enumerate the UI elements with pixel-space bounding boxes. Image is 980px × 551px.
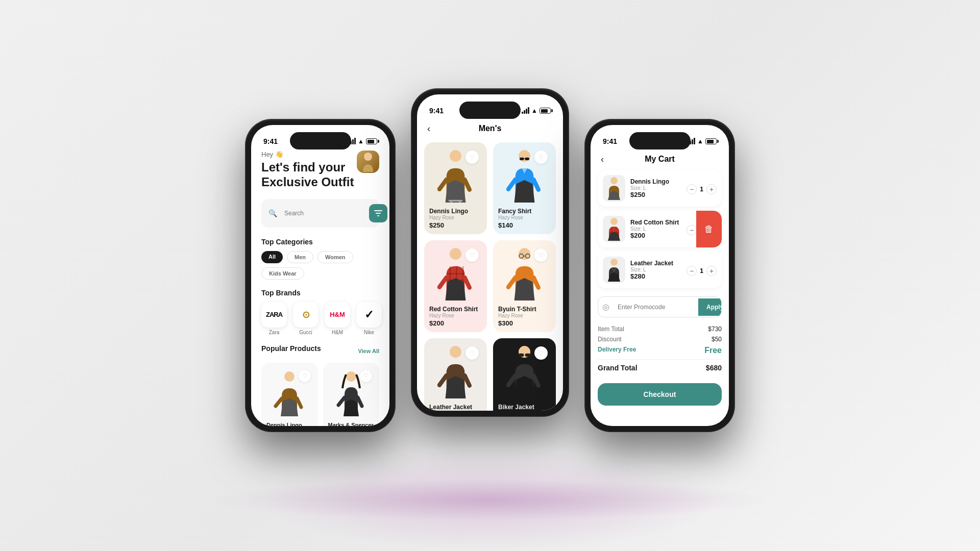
avatar <box>357 151 379 173</box>
signal-icon-2 <box>522 108 529 114</box>
svg-point-46 <box>610 218 618 225</box>
heart-jacket2[interactable]: ♡ <box>534 346 548 360</box>
battery-icon-3 <box>705 138 717 144</box>
mens-price-fancy: $140 <box>498 221 551 229</box>
cart-name-dennis: Dennis Lingo <box>630 178 681 185</box>
mens-card-dennis[interactable]: ♡ Dennis Lingo <box>424 142 487 234</box>
mens-card-jacket1[interactable]: ♡ Leather Jacket Hazy Rose $350 <box>424 338 487 411</box>
cart-info-jacket: Leather Jacket Size: L $280 <box>630 260 681 280</box>
svg-rect-14 <box>450 201 452 202</box>
search-bar[interactable]: 🔍 <box>261 199 379 228</box>
brand-gucci[interactable]: ⊙ Gucci <box>293 302 318 335</box>
svg-line-35 <box>508 277 516 287</box>
brand-hm[interactable]: H&M H&M <box>325 302 350 335</box>
heart-red-2[interactable]: ♡ <box>465 248 479 262</box>
battery-icon-2 <box>540 108 551 114</box>
svg-line-36 <box>533 277 538 287</box>
qty-num-jacket: 1 <box>700 267 703 274</box>
product-name-marks: Marks & Spencer <box>328 422 375 426</box>
mens-card-red[interactable]: ♡ <box>424 240 487 332</box>
svg-rect-17 <box>520 157 524 160</box>
heart-icon-marks[interactable]: ♡ <box>360 370 372 382</box>
svg-line-11 <box>439 179 447 189</box>
svg-line-6 <box>297 398 301 407</box>
view-all-link[interactable]: View All <box>358 348 379 354</box>
wifi-icon-1: ▲ <box>358 138 364 145</box>
delivery-row: Delivery Free Free <box>598 346 722 355</box>
mens-name-jacket1: Leather Jacket <box>429 404 482 411</box>
back-button-3[interactable]: ‹ <box>601 154 604 165</box>
promo-input[interactable] <box>618 298 694 316</box>
top-brands-title: Top Brands <box>261 289 379 297</box>
category-men[interactable]: Men <box>287 251 313 263</box>
svg-rect-13 <box>449 199 462 201</box>
cart-info-red: Red Cotton Shirt Size: L $200 <box>630 219 681 239</box>
product-card-dennis[interactable]: ♡ Dennis Lingo Hazy Rose $250 <box>261 363 318 426</box>
discount-row: Discount $50 <box>598 336 722 343</box>
wifi-icon-3: ▲ <box>697 138 703 145</box>
cart-item-jacket: Leather Jacket Size: L $280 − 1 + <box>598 252 722 288</box>
qty-plus-dennis[interactable]: + <box>706 184 717 194</box>
mens-price-byuin: $300 <box>498 319 551 327</box>
mens-img-jacket2: ♡ <box>498 343 551 399</box>
mens-card-jacket2[interactable]: ♡ Biker Jacket Hazy Ros <box>493 338 556 411</box>
back-button-2[interactable]: ‹ <box>427 123 430 134</box>
dynamic-island-3 <box>629 132 691 149</box>
dynamic-island-1 <box>290 132 351 149</box>
svg-line-38 <box>439 375 447 385</box>
mens-card-byuin[interactable]: ♡ Byuin T-Shirt <box>493 240 556 332</box>
headline: Let's find your Exclusive Outfit <box>261 160 354 190</box>
promo-section: ◎ Apply <box>591 292 729 321</box>
cart-title: My Cart <box>601 155 719 164</box>
item-total-label: Item Total <box>598 325 624 333</box>
mens-name-dennis: Dennis Lingo <box>429 208 482 215</box>
product-img-marks: ♡ <box>328 368 375 419</box>
brand-nike[interactable]: ✓ Nike <box>356 302 382 335</box>
product-card-marks[interactable]: ♡ Marks & <box>323 363 380 426</box>
svg-line-20 <box>508 179 516 189</box>
phone-home: 9:41 ▲ Hey 👋 <box>245 119 396 432</box>
delete-button-red[interactable]: 🗑 <box>696 211 722 247</box>
heart-jacket1[interactable]: ♡ <box>465 346 479 360</box>
search-input[interactable] <box>284 210 361 217</box>
cart-img-red <box>603 216 625 242</box>
category-all[interactable]: All <box>261 251 283 263</box>
heart-dennis-2[interactable]: ♡ <box>465 151 479 164</box>
qty-minus-jacket[interactable]: − <box>687 266 697 276</box>
filter-button[interactable] <box>369 204 387 222</box>
cart-img-jacket <box>603 257 625 283</box>
status-icons-3: ▲ <box>688 138 717 145</box>
hm-logo: H&M <box>325 302 350 328</box>
svg-line-12 <box>464 179 469 189</box>
mens-brand-red: Hazy Rose <box>429 313 482 318</box>
qty-plus-jacket[interactable]: + <box>706 266 717 276</box>
qty-controls-dennis: − 1 + <box>687 184 717 194</box>
svg-line-5 <box>276 398 282 406</box>
category-women[interactable]: Women <box>317 251 353 263</box>
svg-rect-1 <box>374 210 382 211</box>
qty-minus-red[interactable]: − <box>687 225 697 235</box>
brand-zara[interactable]: ZARA Zara <box>261 302 287 335</box>
svg-point-37 <box>450 346 461 358</box>
mens-brand-byuin: Hazy Rose <box>498 313 551 318</box>
discount-label: Discount <box>598 336 622 343</box>
mens-img-byuin: ♡ <box>498 245 551 302</box>
item-total-row: Item Total $730 <box>598 325 722 333</box>
mens-img-red: ♡ <box>429 245 482 302</box>
checkout-button[interactable]: Checkout <box>598 383 722 406</box>
status-icons-2: ▲ <box>522 107 551 114</box>
qty-minus-dennis[interactable]: − <box>687 184 697 194</box>
apply-button[interactable]: Apply <box>698 298 722 316</box>
heart-byuin-2[interactable]: ♡ <box>534 248 548 262</box>
mens-card-fancy[interactable]: ♡ <box>493 142 556 234</box>
category-kids[interactable]: Kids Wear <box>261 267 304 280</box>
svg-line-21 <box>533 179 538 189</box>
svg-point-45 <box>610 177 618 184</box>
cart-img-dennis <box>603 175 625 202</box>
heart-icon-dennis[interactable]: ♡ <box>299 370 311 382</box>
categories-row: All Men Women Kids Wear <box>261 251 379 280</box>
popular-title: Popular Products <box>261 344 321 353</box>
cart-items-list: Dennis Lingo Size: L $250 − 1 + <box>591 170 729 288</box>
cart-item-red: Red Cotton Shirt Size: L $200 − 1 + 🗑 <box>598 211 722 247</box>
heart-fancy-2[interactable]: ♡ <box>534 151 548 164</box>
